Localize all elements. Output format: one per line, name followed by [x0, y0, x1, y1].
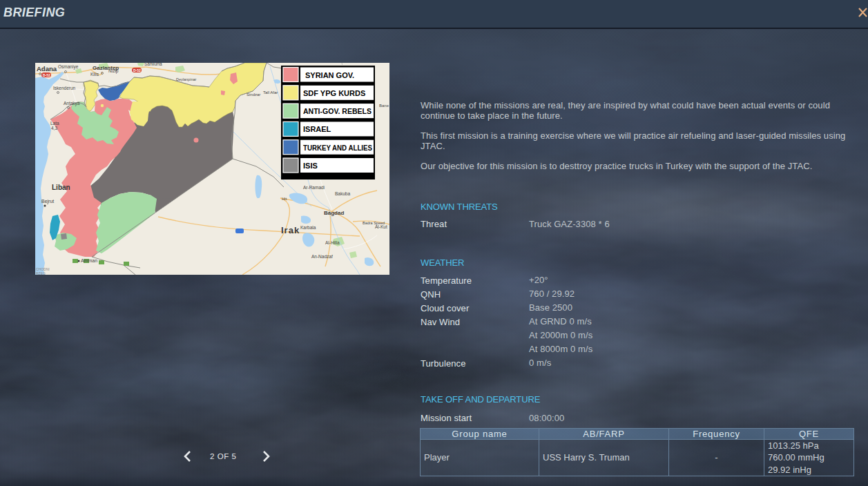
svg-text:Bakuba: Bakuba: [335, 191, 350, 196]
svg-text:Iskenderun: Iskenderun: [53, 86, 76, 90]
svg-text:4,3: 4,3: [51, 126, 57, 130]
svg-text:Irak: Irak: [281, 225, 300, 235]
svg-text:TURKEY AND ALLIES: TURKEY AND ALLIES: [303, 144, 372, 152]
svg-text:Bagdad: Bagdad: [324, 210, 344, 216]
svg-text:Bejrut: Bejrut: [41, 199, 54, 204]
svg-text:Amman: Amman: [81, 258, 97, 263]
svg-text:Al-Hilla: Al-Hilla: [325, 240, 340, 245]
svg-text:Liban: Liban: [52, 184, 70, 191]
svg-text:Badra Speed: Badra Speed: [363, 221, 385, 225]
svg-text:Deylanpinar: Deylanpinar: [176, 77, 197, 81]
svg-text:Antakya: Antakya: [64, 101, 80, 106]
svg-text:SYRIAN GOV.: SYRIAN GOV.: [305, 71, 354, 79]
svg-text:ISRAEL: ISRAEL: [303, 125, 331, 133]
svg-text:D-52: D-52: [43, 73, 50, 77]
svg-text:Sanliurfa: Sanliurfa: [144, 63, 162, 66]
svg-text:An-Nadzaf: An-Nadzaf: [311, 254, 333, 259]
svg-text:Osmaniye: Osmaniye: [58, 64, 79, 70]
svg-text:Lata: Lata: [50, 121, 59, 126]
svg-text:D-52: D-52: [133, 68, 141, 72]
svg-text:Nizip: Nizip: [108, 68, 119, 74]
svg-text:ISIS: ISIS: [303, 162, 318, 170]
svg-text:Al-Kut: Al-Kut: [375, 224, 387, 229]
svg-text:RZEG: RZEG: [36, 271, 46, 275]
svg-text:Adana: Adana: [37, 65, 57, 72]
svg-text:Hit: Hit: [282, 197, 287, 201]
svg-text:SDF YPG KURDS: SDF YPG KURDS: [303, 89, 365, 97]
svg-text:Bane: Bane: [379, 104, 389, 108]
svg-text:Karbala: Karbala: [300, 225, 316, 230]
svg-text:Ar-Ramadi: Ar-Ramadi: [303, 185, 325, 190]
svg-text:Kilis: Kilis: [90, 72, 99, 77]
svg-text:Sindzar: Sindzar: [247, 93, 260, 97]
svg-text:ANTI-GOV. REBELS: ANTI-GOV. REBELS: [303, 107, 372, 115]
svg-text:Tall Afar: Tall Afar: [263, 90, 278, 95]
